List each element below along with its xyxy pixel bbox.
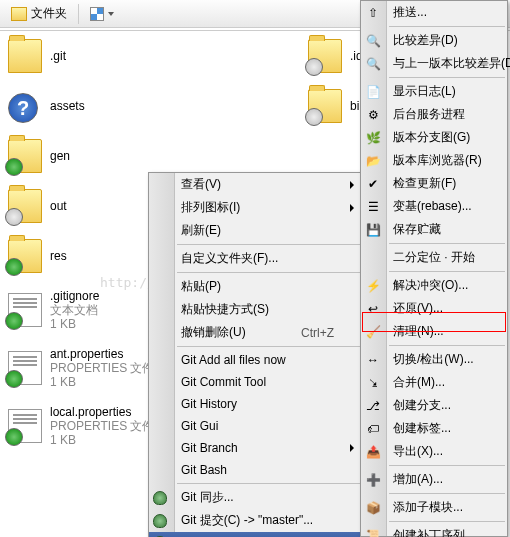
menu-push[interactable]: ⇧推送... xyxy=(361,1,507,24)
menu-merge[interactable]: ⭸合并(M)... xyxy=(361,371,507,394)
stash-icon: 💾 xyxy=(365,222,381,238)
tag-icon: 🏷 xyxy=(365,421,381,437)
folder-icon xyxy=(308,89,342,123)
folder-assets[interactable]: ? assets xyxy=(8,89,188,123)
menu-rebase[interactable]: ☰变基(rebase)... xyxy=(361,195,507,218)
menu-create-branch[interactable]: ⎇创建分支... xyxy=(361,394,507,417)
menu-paste[interactable]: 粘贴(P) xyxy=(149,275,362,298)
resolve-icon: ⚡ xyxy=(365,278,381,294)
cleanup-icon: 🧹 xyxy=(365,324,381,340)
tortoise-icon xyxy=(153,514,167,528)
push-icon: ⇧ xyxy=(365,5,381,21)
context-menu: 查看(V) 排列图标(I) 刷新(E) 自定义文件夹(F)... 粘贴(P) 粘… xyxy=(148,172,363,537)
status-ok-icon xyxy=(5,312,23,330)
switch-icon: ↔ xyxy=(365,352,381,368)
document-icon xyxy=(8,351,42,385)
menu-bisect[interactable]: 二分定位 · 开始 xyxy=(361,246,507,269)
tortoisegit-submenu: ⇧推送... 🔍比较差异(D) 🔍与上一版本比较差异(D) 📄显示日志(L) ⚙… xyxy=(360,0,508,537)
menu-create-tag[interactable]: 🏷创建标签... xyxy=(361,417,507,440)
menu-repo-browser[interactable]: 📂版本库浏览器(R) xyxy=(361,149,507,172)
status-overlay-icon xyxy=(305,108,323,126)
arrow-right-icon xyxy=(350,444,354,452)
menu-custom-folder[interactable]: 自定义文件夹(F)... xyxy=(149,247,362,270)
export-icon: 📤 xyxy=(365,444,381,460)
chevron-down-icon xyxy=(108,12,114,16)
folder-icon xyxy=(8,139,42,173)
status-ok-icon xyxy=(5,158,23,176)
arrow-right-icon xyxy=(350,204,354,212)
menu-revert[interactable]: ↩还原(V)... xyxy=(361,297,507,320)
menu-create-patch[interactable]: 📜创建补丁序列... xyxy=(361,524,507,537)
menu-tortoisegit[interactable]: TortoiseGit(T) xyxy=(149,532,362,537)
merge-icon: ⭸ xyxy=(365,375,381,391)
menu-diff[interactable]: 🔍比较差异(D) xyxy=(361,29,507,52)
browser-icon: 📂 xyxy=(365,153,381,169)
menu-git-sync[interactable]: Git 同步... xyxy=(149,486,362,509)
menu-paste-shortcut[interactable]: 粘贴快捷方式(S) xyxy=(149,298,362,321)
menu-add[interactable]: ➕增加(A)... xyxy=(361,468,507,491)
folders-button[interactable]: 文件夹 xyxy=(4,2,74,25)
folder-icon xyxy=(8,189,42,223)
branch-icon: ⎇ xyxy=(365,398,381,414)
folder-icon xyxy=(11,7,27,21)
toolbar-separator xyxy=(78,4,79,24)
status-ok-icon xyxy=(5,428,23,446)
menu-switch[interactable]: ↔切换/检出(W)... xyxy=(361,348,507,371)
gear-icon: ⚙ xyxy=(365,107,381,123)
menu-git-commit-tool[interactable]: Git Commit Tool xyxy=(149,371,362,393)
document-icon xyxy=(8,409,42,443)
rebase-icon: ☰ xyxy=(365,199,381,215)
menu-bg-process[interactable]: ⚙后台服务进程 xyxy=(361,103,507,126)
menu-undo-delete[interactable]: 撤销删除(U)Ctrl+Z xyxy=(149,321,362,344)
menu-view[interactable]: 查看(V) xyxy=(149,173,362,196)
menu-sort[interactable]: 排列图标(I) xyxy=(149,196,362,219)
status-ok-icon xyxy=(5,370,23,388)
revert-icon: ↩ xyxy=(365,301,381,317)
menu-git-history[interactable]: Git History xyxy=(149,393,362,415)
menu-git-branch[interactable]: Git Branch xyxy=(149,437,362,459)
arrow-right-icon xyxy=(350,181,354,189)
graph-icon: 🌿 xyxy=(365,130,381,146)
status-ok-icon xyxy=(5,258,23,276)
tortoise-icon xyxy=(153,491,167,505)
diff-icon: 🔍 xyxy=(365,56,381,72)
log-icon: 📄 xyxy=(365,84,381,100)
diff-icon: 🔍 xyxy=(365,33,381,49)
view-mode-button[interactable] xyxy=(83,4,121,24)
folder-git[interactable]: .git xyxy=(8,39,188,73)
folders-label: 文件夹 xyxy=(31,5,67,22)
menu-show-log[interactable]: 📄显示日志(L) xyxy=(361,80,507,103)
folder-icon xyxy=(8,239,42,273)
menu-check-update[interactable]: ✔检查更新(F) xyxy=(361,172,507,195)
grid-icon xyxy=(90,7,104,21)
menu-rev-graph[interactable]: 🌿版本分支图(G) xyxy=(361,126,507,149)
menu-export[interactable]: 📤导出(X)... xyxy=(361,440,507,463)
menu-git-bash[interactable]: Git Bash xyxy=(149,459,362,481)
menu-git-add[interactable]: Git Add all files now xyxy=(149,349,362,371)
add-icon: ➕ xyxy=(365,472,381,488)
folder-gen[interactable]: gen xyxy=(8,139,188,173)
folder-icon xyxy=(308,39,342,73)
document-icon xyxy=(8,293,42,327)
status-overlay-icon xyxy=(305,58,323,76)
check-icon: ✔ xyxy=(365,176,381,192)
patch-icon: 📜 xyxy=(365,528,381,538)
menu-submodule[interactable]: 📦添加子模块... xyxy=(361,496,507,519)
menu-diff-prev[interactable]: 🔍与上一版本比较差异(D) xyxy=(361,52,507,75)
menu-refresh[interactable]: 刷新(E) xyxy=(149,219,362,242)
menu-stash-save[interactable]: 💾保存贮藏 xyxy=(361,218,507,241)
submodule-icon: 📦 xyxy=(365,500,381,516)
menu-resolve[interactable]: ⚡解决冲突(O)... xyxy=(361,274,507,297)
menu-git-gui[interactable]: Git Gui xyxy=(149,415,362,437)
menu-cleanup[interactable]: 🧹清理(N)... xyxy=(361,320,507,343)
question-icon: ? xyxy=(8,89,42,123)
folder-icon xyxy=(8,39,42,73)
menu-git-commit-master[interactable]: Git 提交(C) -> "master"... xyxy=(149,509,362,532)
status-overlay-icon xyxy=(5,208,23,226)
